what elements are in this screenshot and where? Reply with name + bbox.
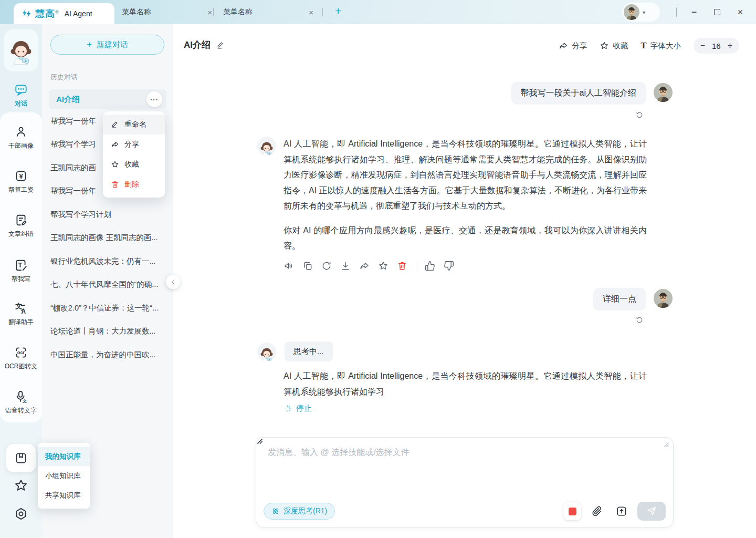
chevron-left-icon: [169, 278, 177, 286]
nav-rail: 对话 干部画像 帮算工资 文章纠错 帮我写 翻译助手 OCR图转文 语音转文字: [0, 24, 42, 538]
stop-generating-button[interactable]: 停止: [284, 404, 312, 413]
tab-close-icon[interactable]: ×: [207, 8, 212, 17]
registered-mark: ®: [55, 9, 59, 15]
history-item[interactable]: 帮我写个学习计划: [42, 203, 173, 226]
window-maximize-button[interactable]: [710, 5, 724, 19]
regenerate-icon[interactable]: [321, 261, 332, 271]
chat-main: AI介绍 分享 收藏 T 字体大小 − 16 + 帮我写一段关于ai人工智能介绍: [173, 24, 756, 538]
app-tab-active[interactable]: 慧高® AI Agent: [14, 3, 114, 24]
pencil-icon: [111, 120, 119, 129]
new-chat-button[interactable]: + 新建对话: [50, 35, 164, 55]
plus-icon: +: [87, 39, 92, 50]
share-icon: [559, 41, 568, 50]
tab-divider: [322, 8, 323, 16]
resize-handle-icon[interactable]: [663, 441, 669, 447]
new-tab-button[interactable]: +: [335, 5, 341, 17]
history-item[interactable]: 王凯同志的画像 王凯同志的画...: [42, 226, 173, 250]
menu-item-delete[interactable]: 删除: [103, 174, 165, 194]
sidebar-item-translate[interactable]: 翻译助手: [0, 302, 42, 327]
send-button[interactable]: [637, 502, 666, 521]
thumbs-up-icon[interactable]: [425, 261, 435, 271]
menu-item-favorite[interactable]: 收藏: [103, 154, 165, 174]
settings-button[interactable]: [0, 506, 42, 521]
composer-toolbar: 深度思考(R1): [264, 502, 666, 521]
knowledge-base-button[interactable]: [6, 444, 36, 472]
titlebar-divider: [676, 7, 677, 17]
menu-item-share[interactable]: 分享: [103, 134, 165, 154]
history-item-active[interactable]: AI介绍 ···: [49, 89, 166, 109]
kb-item-my[interactable]: 我的知识库: [38, 447, 90, 466]
sidebar-item-ocr[interactable]: OCR图转文: [0, 346, 42, 371]
composer-actions: [563, 502, 666, 521]
thinking-status-badge: 思考中...: [285, 342, 333, 361]
trash-icon: [111, 180, 119, 189]
user-menu[interactable]: ▾: [622, 3, 660, 22]
maximize-icon: [714, 9, 720, 15]
sidebar-item-speech-to-text[interactable]: 语音转文字: [0, 390, 42, 415]
history-item[interactable]: 论坛论道丨肖钢：大力发展数...: [42, 320, 173, 344]
copy-icon[interactable]: [302, 261, 313, 271]
regenerate-button[interactable]: [635, 111, 644, 119]
sidebar-item-chat[interactable]: 对话: [0, 83, 42, 108]
window-minimize-button[interactable]: −: [687, 5, 701, 19]
chevron-down-icon: ▾: [643, 9, 645, 15]
font-size-decrease-button[interactable]: −: [700, 41, 705, 50]
star-icon[interactable]: [378, 261, 388, 271]
share-icon[interactable]: [359, 261, 370, 271]
deep-think-toggle[interactable]: 深度思考(R1): [264, 503, 335, 520]
kb-item-shared[interactable]: 共享知识库: [38, 485, 90, 505]
upload-file-button[interactable]: [613, 502, 631, 520]
user-message: 帮我写一段关于ai人工智能介绍: [511, 82, 646, 105]
user-message: 详细一点: [593, 288, 646, 311]
loading-spinner-icon: [284, 405, 292, 413]
sidebar-item-cadre-profile[interactable]: 干部画像: [0, 125, 42, 150]
read-aloud-icon[interactable]: [284, 261, 294, 271]
history-item[interactable]: 银行业危机风波未完：仍有一...: [42, 250, 173, 273]
bookmark-icon: [14, 451, 28, 465]
sidebar-item-proofread[interactable]: 文章纠错: [0, 213, 42, 239]
conversation-context-menu: 重命名 分享 收藏 删除: [103, 111, 165, 198]
edit-title-icon[interactable]: [216, 41, 225, 49]
assistant-message-streaming: AI 人工智能，即 Artificial Intelligence，是当今科技领…: [284, 368, 647, 399]
assistant-message: AI 人工智能，即 Artificial Intelligence，是当今科技领…: [284, 136, 647, 254]
sidebar-item-help-write[interactable]: 帮我写: [0, 258, 42, 284]
tab-close-icon[interactable]: ×: [309, 8, 313, 17]
user-avatar: [624, 4, 639, 20]
window-close-button[interactable]: ×: [733, 5, 748, 19]
font-size-increase-button[interactable]: +: [728, 41, 732, 50]
regenerate-button[interactable]: [635, 316, 644, 324]
font-size-value: 16: [712, 42, 721, 50]
delete-icon[interactable]: [397, 261, 407, 271]
tab-divider: [213, 8, 214, 16]
share-button[interactable]: 分享: [559, 41, 587, 51]
assistant-paragraph: AI 人工智能，即 Artificial Intelligence，是当今科技领…: [284, 368, 647, 399]
assistant-avatar: [257, 137, 276, 156]
download-icon[interactable]: [340, 261, 351, 271]
translate-icon: [14, 302, 28, 315]
history-item[interactable]: “棚改2.0”？中信证券：这一轮“...: [42, 296, 173, 320]
favorites-button[interactable]: [0, 478, 42, 493]
voice-record-button[interactable]: [563, 502, 581, 520]
ocr-icon: [14, 346, 28, 359]
tab-menu-1[interactable]: 菜单名称 ×: [122, 6, 212, 18]
tab-label: 菜单名称: [223, 7, 253, 17]
attach-file-button[interactable]: [588, 502, 606, 520]
titlebar: 慧高® AI Agent 菜单名称 × 菜单名称 × + ▾ − ×: [0, 0, 756, 24]
menu-item-rename[interactable]: 重命名: [103, 115, 165, 134]
tab-menu-2[interactable]: 菜单名称 ×: [223, 6, 313, 18]
message-actions: [284, 261, 454, 271]
history-item[interactable]: 七、八十年代风靡全国的“的确...: [42, 273, 173, 297]
message-input[interactable]: [261, 442, 660, 492]
knowledge-base-menu: 我的知识库 小组知识库 共享知识库: [38, 443, 90, 509]
history-item[interactable]: 中国正能量，为奋进的中国吹...: [42, 343, 173, 367]
favorite-button[interactable]: 收藏: [600, 41, 628, 51]
user-avatar: [654, 289, 673, 308]
sidebar-collapse-button[interactable]: [166, 275, 180, 289]
assistant-avatar[interactable]: [4, 29, 38, 71]
kb-item-group[interactable]: 小组知识库: [38, 466, 90, 485]
thumbs-down-icon[interactable]: [444, 261, 454, 271]
more-actions-button[interactable]: ···: [146, 91, 162, 107]
sidebar-divider: [50, 66, 164, 66]
person-icon: [14, 125, 28, 139]
sidebar-item-salary-calc[interactable]: 帮算工资: [0, 169, 42, 194]
